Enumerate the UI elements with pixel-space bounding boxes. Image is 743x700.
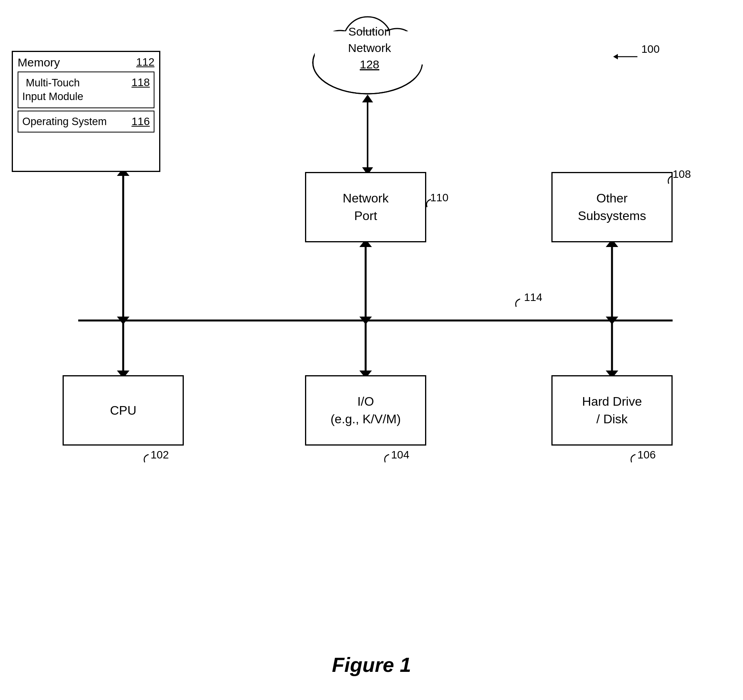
cloud-ref: 128: [360, 58, 379, 71]
io-text: I/O(e.g., K/V/M): [330, 393, 401, 428]
ref-114-bracket: [512, 295, 536, 311]
svg-marker-31: [613, 54, 618, 59]
svg-marker-17: [117, 317, 129, 324]
other-subsystems-text: OtherSubsystems: [578, 190, 646, 225]
io-box: I/O(e.g., K/V/M): [305, 375, 426, 446]
harddrive-box: Hard Drive/ Disk: [551, 375, 673, 446]
multitouch-box: Multi-TouchInput Module 118: [18, 72, 154, 108]
multitouch-ref: 118: [131, 76, 150, 89]
os-box: Operating System 116: [18, 111, 154, 132]
multitouch-text: Multi-TouchInput Module: [22, 76, 83, 104]
ref-102-bracket: [141, 451, 164, 465]
ref-110-bracket: [423, 195, 447, 211]
network-port-text: NetworkPort: [343, 190, 388, 225]
harddrive-text: Hard Drive/ Disk: [582, 393, 642, 428]
memory-box: Memory 112 Multi-TouchInput Module 118 O…: [12, 51, 160, 172]
ref-104-bracket: [381, 451, 405, 465]
svg-marker-13: [362, 95, 373, 102]
ref-108-bracket: [665, 172, 688, 188]
svg-marker-20: [359, 317, 372, 324]
ref-106-bracket: [628, 451, 651, 465]
os-ref: 116: [131, 115, 150, 128]
ref-100-arrow: [610, 45, 649, 64]
figure-caption: Figure 1: [0, 653, 743, 677]
cpu-text: CPU: [110, 403, 136, 418]
memory-ref: 112: [136, 56, 154, 69]
cpu-box: CPU: [63, 375, 184, 446]
svg-marker-23: [606, 317, 618, 324]
memory-label: Memory 112: [18, 56, 154, 69]
cloud-label: Solution Network 128: [313, 23, 426, 73]
diagram-container: Memory 112 Multi-TouchInput Module 118 O…: [0, 0, 743, 700]
other-subsystems-box: OtherSubsystems: [551, 172, 673, 242]
network-port-box: NetworkPort: [305, 172, 426, 242]
memory-text: Memory: [18, 56, 60, 69]
os-text: Operating System: [22, 116, 107, 128]
